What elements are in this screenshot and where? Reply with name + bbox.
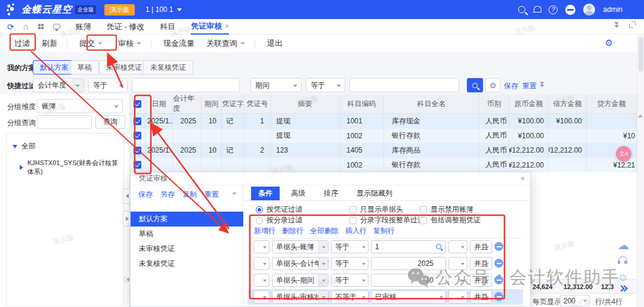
search-icon[interactable]: [436, 244, 441, 249]
cond-conjunction-select[interactable]: 并且: [470, 240, 492, 253]
vertical-scrollbar[interactable]: [637, 35, 644, 307]
cond-field-select[interactable]: 单据头-会计年度: [272, 257, 329, 270]
table-row[interactable]: 1002 银行存款 人民币 ¥12,212.00 ¥12,21: [130, 158, 637, 173]
col-summary[interactable]: 摘要: [271, 94, 340, 113]
check-show-disabled-books[interactable]: 显示禁用账簿: [420, 204, 473, 215]
check-only-header[interactable]: 只显示单据头: [349, 204, 403, 215]
chevron-down-icon[interactable]: [232, 193, 237, 195]
home-icon[interactable]: ⌂: [23, 22, 29, 31]
plan-unaudited-button[interactable]: 未审核凭证: [99, 60, 149, 75]
col-account-name[interactable]: 科目全名: [384, 94, 479, 113]
tab-accounts[interactable]: 科目: [160, 19, 175, 35]
cond-op-select[interactable]: 不等于: [331, 290, 369, 303]
cond-field-select[interactable]: 单据头-账簿: [272, 240, 329, 253]
col-original-amount[interactable]: 原币金额: [509, 94, 549, 113]
user-avatar[interactable]: [583, 4, 595, 15]
col-date[interactable]: 日期: [145, 94, 173, 113]
group-dimension-select[interactable]: 账簿: [37, 99, 123, 113]
cond-extra-select[interactable]: [448, 290, 467, 303]
select-all-checkbox[interactable]: [130, 94, 145, 113]
quick-value1-input[interactable]: [132, 78, 240, 92]
submit-button[interactable]: 提交: [79, 38, 103, 49]
scrollbar-thumb[interactable]: [639, 37, 643, 72]
per-page-select[interactable]: 200: [560, 295, 590, 306]
cond-field-select[interactable]: 单据头-审核状态: [272, 290, 329, 303]
user-name[interactable]: admin: [603, 5, 623, 14]
settings-gear-icon[interactable]: ⚙: [605, 38, 613, 48]
close-tab-icon[interactable]: ×: [225, 22, 229, 30]
link-query-button[interactable]: 关联查询: [206, 38, 245, 49]
radio-filter-by-entry[interactable]: 按分录过滤: [256, 215, 302, 225]
message-icon[interactable]: [53, 24, 60, 29]
tree-expanded-icon[interactable]: [13, 145, 17, 148]
table-row[interactable]: 2025/1... 2025 10 记 1 提现 1001 库存现金 人民币 ¥…: [130, 114, 637, 129]
cond-extra-select[interactable]: [448, 274, 467, 287]
tab-voucher-edit[interactable]: 凭证 - 修改: [107, 19, 145, 35]
audit-button[interactable]: 审核: [118, 38, 141, 49]
tab-voucher-audit[interactable]: 凭证审核 ×: [191, 19, 229, 35]
close-icon[interactable]: ×: [520, 174, 525, 183]
group-query-input[interactable]: [37, 115, 92, 129]
cashflow-button[interactable]: 现金流量: [163, 38, 194, 49]
cond-op-select[interactable]: 等于: [331, 274, 369, 287]
collapse-toolbar-icon[interactable]: [614, 22, 620, 28]
scheme-reset-link[interactable]: 重置: [205, 190, 219, 200]
col-voucher-no[interactable]: 凭证号: [244, 94, 271, 113]
quick-field1-select[interactable]: 会计年度: [33, 78, 84, 92]
radio-filter-by-voucher[interactable]: 按凭证过滤: [256, 204, 302, 215]
col-currency[interactable]: 币别: [479, 94, 509, 113]
quick-field2-select[interactable]: 期间: [250, 78, 302, 92]
save-filter-link[interactable]: 保存: [504, 81, 518, 91]
cond-left-select[interactable]: [253, 290, 270, 303]
plan-unreviewed-button[interactable]: 未复核凭证: [143, 60, 193, 75]
quick-search-button[interactable]: [467, 78, 483, 92]
cond-left-select[interactable]: [253, 257, 270, 270]
cond-value-select[interactable]: 已审核: [371, 290, 446, 303]
col-period[interactable]: 期间: [202, 94, 222, 113]
tree-node-all[interactable]: 全部: [13, 141, 36, 151]
dialog-tab-conditions[interactable]: 条件: [251, 187, 280, 200]
apps-grid-icon[interactable]: [38, 24, 44, 29]
cloud-icon[interactable]: ☁: [618, 238, 629, 252]
group-query-button[interactable]: 查询: [95, 115, 125, 129]
scheme-item-unreviewed[interactable]: 未复核凭证: [131, 256, 243, 271]
remove-row-icon[interactable]: [494, 292, 503, 301]
cond-op-select[interactable]: 等于: [331, 240, 369, 253]
quick-settings-button[interactable]: ⚙: [485, 78, 500, 92]
cond-extra-select[interactable]: [448, 257, 467, 270]
sync-icon[interactable]: ⟳: [7, 23, 14, 31]
delete-row-link[interactable]: 删除行: [282, 226, 304, 236]
remove-row-icon[interactable]: [494, 275, 503, 284]
row-checkbox[interactable]: [134, 161, 141, 169]
tree-collapsed-icon[interactable]: [20, 165, 23, 170]
workspace-switcher[interactable]: 1 | 100 1: [145, 5, 182, 14]
fullscreen-icon[interactable]: [629, 21, 636, 28]
quick-value2-input[interactable]: [349, 78, 459, 92]
cond-value-input[interactable]: [371, 257, 446, 270]
quick-op2-select[interactable]: 等于: [306, 78, 345, 92]
cond-extra-select[interactable]: [448, 240, 467, 253]
cond-op-select[interactable]: 等于: [331, 257, 369, 270]
help-icon[interactable]: [549, 5, 558, 14]
plan-default-button[interactable]: 默认方案: [33, 60, 76, 75]
quick-op1-select[interactable]: 等于: [88, 78, 128, 92]
row-checkbox[interactable]: [134, 117, 141, 125]
tree-node-accounting-system[interactable]: KJHSTX01_SYS(财务会计核算体系): [20, 159, 123, 176]
refresh-button[interactable]: 刷新: [42, 38, 57, 49]
col-year[interactable]: 会计年度: [173, 94, 202, 113]
copy-row-link[interactable]: 复制行: [373, 226, 395, 236]
plan-draft-button[interactable]: 草稿: [70, 60, 99, 75]
delete-all-link[interactable]: 全部删除: [310, 226, 339, 236]
tab-ledger[interactable]: 账簿: [76, 19, 91, 35]
check-include-adjust-period[interactable]: 包括调整期凭证: [420, 215, 481, 225]
row-checkbox[interactable]: [134, 132, 141, 139]
dialog-tab-advanced[interactable]: 高级: [284, 187, 312, 200]
table-row[interactable]: 提现 1002 银行存款 人民币 ¥100.00 ¥10: [130, 129, 637, 144]
col-voucher-word[interactable]: 凭证字: [222, 94, 244, 113]
check-entry-whole-filter[interactable]: 分录字段按整单过滤: [349, 215, 425, 225]
row-checkbox[interactable]: [134, 147, 141, 154]
dialog-tab-sort[interactable]: 排序: [317, 187, 345, 200]
search-icon[interactable]: [518, 6, 525, 13]
cond-value-input[interactable]: [371, 240, 446, 253]
cond-conjunction-select[interactable]: 并且: [470, 257, 492, 270]
